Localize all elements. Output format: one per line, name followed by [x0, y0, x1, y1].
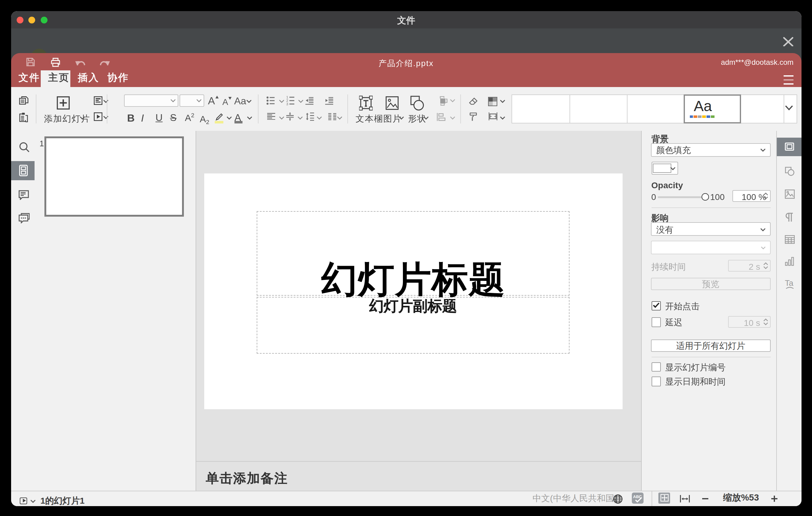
svg-text:Ta: Ta — [785, 279, 793, 288]
svg-text:3: 3 — [286, 102, 288, 105]
